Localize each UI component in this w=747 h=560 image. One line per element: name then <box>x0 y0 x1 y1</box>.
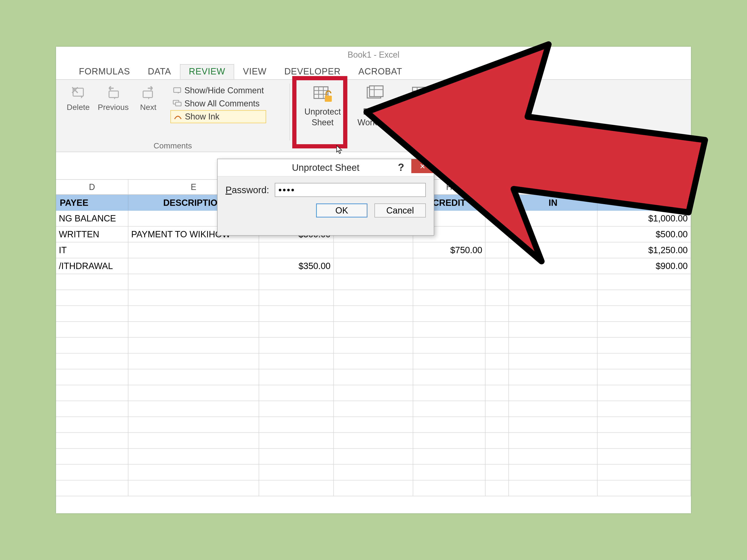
cell[interactable] <box>334 369 413 385</box>
tab-developer[interactable]: DEVELOPER <box>276 64 350 79</box>
cell[interactable] <box>598 274 691 290</box>
cell[interactable] <box>56 464 128 480</box>
tab-data[interactable]: DATA <box>139 64 180 79</box>
cell[interactable] <box>486 338 509 353</box>
cell[interactable] <box>598 385 691 401</box>
cell[interactable] <box>334 401 413 417</box>
cell-i[interactable] <box>486 226 509 242</box>
cell[interactable] <box>128 417 259 432</box>
show-hide-comment-button[interactable]: Show/Hide Comment <box>171 84 266 97</box>
cell[interactable] <box>56 338 128 353</box>
cell[interactable] <box>413 433 486 448</box>
cell[interactable] <box>413 274 486 290</box>
cell[interactable] <box>486 417 509 432</box>
cell[interactable] <box>509 401 598 417</box>
tab-acrobat[interactable]: ACROBAT <box>350 64 411 79</box>
cell[interactable] <box>56 322 128 337</box>
cell[interactable] <box>509 290 598 305</box>
cell[interactable] <box>486 385 509 401</box>
cell[interactable] <box>128 449 259 464</box>
cell[interactable] <box>56 290 128 305</box>
cell[interactable] <box>413 338 486 353</box>
cell-payee[interactable]: NG BALANCE <box>56 211 128 226</box>
cell[interactable] <box>128 306 259 321</box>
cell[interactable] <box>413 322 486 337</box>
dialog-help-button[interactable]: ? <box>394 159 408 176</box>
cell[interactable] <box>334 290 413 305</box>
cell[interactable] <box>56 417 128 432</box>
cell[interactable] <box>413 464 486 480</box>
cell[interactable] <box>413 290 486 305</box>
show-all-comments-button[interactable]: Show All Comments <box>171 97 266 110</box>
cell[interactable] <box>128 274 259 290</box>
unprotect-sheet-button[interactable]: Unprotect Sheet <box>299 83 346 152</box>
cell[interactable] <box>128 353 259 369</box>
cell[interactable] <box>128 401 259 417</box>
cell[interactable] <box>56 306 128 321</box>
col-header-K[interactable]: K <box>598 180 691 194</box>
cell[interactable] <box>486 274 509 290</box>
cell[interactable] <box>259 322 334 337</box>
cell[interactable] <box>509 449 598 464</box>
cell[interactable] <box>56 401 128 417</box>
cell-expense[interactable] <box>334 258 413 274</box>
cell[interactable] <box>598 433 691 448</box>
cell-debit[interactable] <box>259 242 334 258</box>
cell[interactable] <box>598 322 691 337</box>
cell[interactable] <box>128 322 259 337</box>
cell[interactable] <box>509 417 598 432</box>
cell[interactable] <box>334 449 413 464</box>
cell[interactable] <box>413 306 486 321</box>
cell[interactable] <box>509 385 598 401</box>
cell-debit[interactable]: $350.00 <box>259 258 334 274</box>
cell[interactable] <box>259 449 334 464</box>
share-workbook-button[interactable] <box>407 83 435 152</box>
cell[interactable] <box>259 464 334 480</box>
cell[interactable] <box>259 385 334 401</box>
cell[interactable] <box>509 338 598 353</box>
cell[interactable] <box>128 464 259 480</box>
cell[interactable] <box>56 449 128 464</box>
tab-view[interactable]: VIEW <box>234 64 276 79</box>
cell[interactable] <box>486 449 509 464</box>
cell-expense[interactable] <box>334 242 413 258</box>
cell-payee[interactable]: /ITHDRAWAL <box>56 258 128 274</box>
cell[interactable] <box>334 464 413 480</box>
cell[interactable] <box>509 306 598 321</box>
cell[interactable] <box>128 480 259 496</box>
cell[interactable] <box>486 433 509 448</box>
tab-formulas[interactable]: FORMULAS <box>70 64 139 79</box>
cell[interactable] <box>509 369 598 385</box>
cell[interactable] <box>334 417 413 432</box>
cell[interactable] <box>598 401 691 417</box>
cell-j[interactable] <box>509 211 598 226</box>
cell-i[interactable] <box>486 211 509 226</box>
cell[interactable] <box>334 353 413 369</box>
cell[interactable] <box>598 306 691 321</box>
cell[interactable] <box>413 417 486 432</box>
delete-comment-button[interactable]: Delete <box>61 83 96 112</box>
cell[interactable] <box>486 369 509 385</box>
cell[interactable] <box>128 338 259 353</box>
cell[interactable] <box>486 306 509 321</box>
previous-comment-button[interactable]: Previous <box>96 83 131 112</box>
cell-payee[interactable]: IT <box>56 242 128 258</box>
cell-j[interactable] <box>509 226 598 242</box>
cell[interactable] <box>56 433 128 448</box>
dialog-titlebar[interactable]: Unprotect Sheet ? × <box>217 159 434 177</box>
cell[interactable] <box>128 385 259 401</box>
cell[interactable] <box>509 433 598 448</box>
ok-button[interactable]: OK <box>316 204 367 217</box>
cell-payee[interactable]: WRITTEN <box>56 226 128 242</box>
cell[interactable] <box>598 338 691 353</box>
cell[interactable] <box>259 338 334 353</box>
cell[interactable] <box>334 433 413 448</box>
cell-j[interactable] <box>509 258 598 274</box>
cell-balance[interactable]: $900.00 <box>598 258 691 274</box>
cell[interactable] <box>598 369 691 385</box>
col-header-I[interactable]: I <box>486 180 509 194</box>
cell[interactable] <box>598 449 691 464</box>
cell[interactable] <box>56 274 128 290</box>
col-header-D[interactable]: D <box>56 180 128 194</box>
cell[interactable] <box>334 480 413 496</box>
